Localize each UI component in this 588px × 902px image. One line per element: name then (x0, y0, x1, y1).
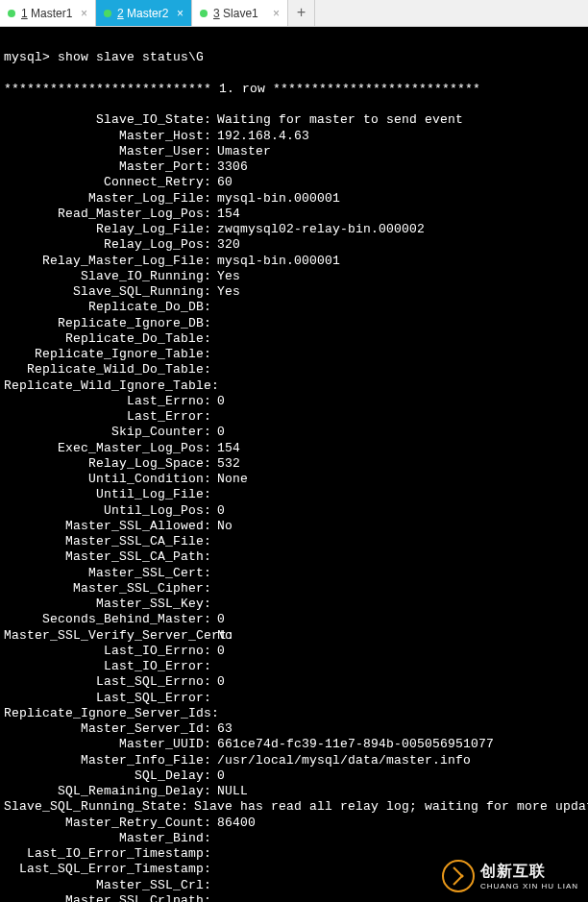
field-key: Until_Log_Pos: (4, 503, 211, 519)
field-key: Master_Host: (4, 129, 211, 144)
field-key: Master_SSL_Crlpath: (4, 893, 211, 902)
field-value (211, 597, 217, 612)
status-row: Replicate_Do_Table: (4, 331, 584, 347)
tab-master2[interactable]: 2 Master2 × (96, 0, 192, 26)
field-key: Replicate_Ignore_Server_Ids: (4, 706, 211, 721)
tab-hotkey: 1 (21, 7, 28, 20)
field-value (211, 362, 217, 378)
field-value: None (211, 472, 248, 487)
status-row: Replicate_Wild_Ignore_Table: (4, 378, 584, 394)
status-row: Master_SSL_Verify_Server_Cert:No (4, 628, 584, 644)
tab-label: Slave1 (223, 7, 258, 20)
status-row: Last_IO_Error: (4, 659, 584, 674)
close-icon[interactable]: × (273, 7, 280, 20)
field-value: Umaster (211, 144, 271, 159)
watermark-cn: 创新互联 (480, 862, 578, 882)
tab-hotkey: 2 (117, 7, 124, 20)
status-row: Relay_Log_File:zwqmysql02-relay-bin.0000… (4, 222, 584, 237)
tab-label: Master1 (31, 7, 72, 20)
status-row: Slave_IO_State:Waiting for master to sen… (4, 112, 584, 128)
field-key: SQL_Delay: (4, 768, 211, 784)
field-key: Replicate_Do_DB: (4, 300, 211, 315)
status-row: Master_SSL_Allowed:No (4, 519, 584, 534)
field-key: Seconds_Behind_Master: (4, 612, 211, 627)
field-key: Skip_Counter: (4, 425, 211, 440)
field-key: Slave_SQL_Running_State: (4, 799, 188, 815)
field-key: Relay_Log_Pos: (4, 237, 211, 253)
field-value: 63 (211, 721, 233, 737)
status-row: Seconds_Behind_Master:0 (4, 612, 584, 627)
field-key: Last_IO_Error: (4, 659, 211, 674)
status-row: Replicate_Ignore_DB: (4, 316, 584, 331)
status-row: Until_Log_File: (4, 487, 584, 502)
field-value (211, 487, 217, 502)
field-value: Waiting for master to send event (211, 112, 463, 128)
field-value: 154 (211, 441, 240, 456)
field-value (211, 331, 217, 347)
field-key: Slave_SQL_Running: (4, 284, 211, 300)
status-row: Master_SSL_CA_Path: (4, 549, 584, 565)
close-icon[interactable]: × (177, 7, 184, 20)
status-row: Relay_Master_Log_File:mysql-bin.000001 (4, 254, 584, 269)
field-value: 0 (211, 503, 225, 519)
status-row: Master_SSL_Crlpath: (4, 893, 584, 902)
prompt-line: mysql> show slave status\G (4, 50, 584, 65)
row-separator: *************************** 1. row *****… (4, 82, 584, 97)
field-value: Yes (211, 269, 240, 284)
field-key: Until_Condition: (4, 472, 211, 487)
status-row: Last_Error: (4, 409, 584, 425)
status-row: Slave_SQL_Running:Yes (4, 284, 584, 300)
field-value: No (211, 519, 233, 534)
field-key: Replicate_Wild_Do_Table: (4, 362, 211, 378)
field-value: 0 (211, 644, 225, 659)
status-row: Until_Log_Pos:0 (4, 503, 584, 519)
watermark-en: CHUANG XIN HU LIAN (480, 882, 578, 890)
field-value: 320 (211, 237, 240, 253)
field-value: 154 (211, 207, 240, 222)
close-icon[interactable]: × (81, 7, 87, 20)
field-key: Master_SSL_Crl: (4, 878, 211, 893)
field-key: Master_SSL_Verify_Server_Cert: (4, 628, 211, 644)
terminal-output[interactable]: mysql> show slave status\G *************… (0, 27, 588, 902)
field-value (211, 831, 217, 846)
field-value: NULL (211, 784, 248, 799)
status-row: Replicate_Do_DB: (4, 300, 584, 315)
field-key: Master_Retry_Count: (4, 816, 211, 831)
field-value: 60 (211, 175, 233, 190)
field-key: Slave_IO_State: (4, 112, 211, 128)
field-key: Master_SSL_CA_Path: (4, 549, 211, 565)
field-value: zwqmysql02-relay-bin.000002 (211, 222, 425, 237)
add-tab-button[interactable]: + (288, 0, 315, 26)
field-key: Master_UUID: (4, 737, 211, 752)
field-value (211, 878, 217, 893)
field-key: Relay_Log_Space: (4, 456, 211, 472)
tab-hotkey: 3 (213, 7, 220, 20)
status-row: Master_Retry_Count:86400 (4, 816, 584, 831)
tab-label: Master2 (127, 7, 168, 20)
field-key: Replicate_Ignore_DB: (4, 316, 211, 331)
field-key: Slave_IO_Running: (4, 269, 211, 284)
field-key: Replicate_Wild_Ignore_Table: (4, 378, 211, 394)
field-value (211, 566, 217, 581)
tab-bar: 1 Master1 × 2 Master2 × 3 Slave1 × + (0, 0, 588, 27)
status-row: SQL_Delay:0 (4, 768, 584, 784)
field-value (211, 846, 217, 862)
field-key: Last_SQL_Error_Timestamp: (4, 862, 211, 877)
field-key: Master_Bind: (4, 831, 211, 846)
field-key: Last_Error: (4, 409, 211, 425)
status-row: Slave_IO_Running:Yes (4, 269, 584, 284)
status-row: Master_UUID:661ce74d-fc39-11e7-894b-0050… (4, 737, 584, 752)
field-value (211, 581, 217, 597)
status-row: Read_Master_Log_Pos:154 (4, 207, 584, 222)
tab-master1[interactable]: 1 Master1 × (0, 0, 96, 26)
field-value: 0 (211, 612, 225, 627)
field-key: Until_Log_File: (4, 487, 211, 502)
field-value (211, 893, 217, 902)
status-row: Slave_SQL_Running_State:Slave has read a… (4, 799, 584, 815)
field-key: Replicate_Do_Table: (4, 331, 211, 347)
field-value: 3306 (211, 159, 248, 175)
status-row: Master_Host:192.168.4.63 (4, 129, 584, 144)
field-value (211, 534, 217, 549)
status-row: Relay_Log_Pos:320 (4, 237, 584, 253)
tab-slave1[interactable]: 3 Slave1 × (192, 0, 288, 26)
